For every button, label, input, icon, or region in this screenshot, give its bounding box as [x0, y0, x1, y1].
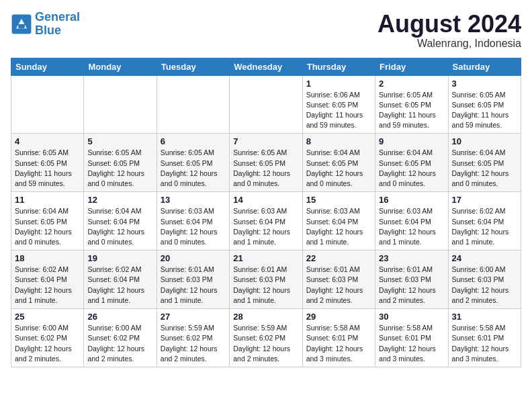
day-number: 19	[87, 253, 152, 263]
day-number: 1	[306, 79, 371, 89]
day-info: Sunrise: 5:58 AM Sunset: 6:01 PM Dayligh…	[452, 323, 517, 364]
day-info: Sunrise: 6:04 AM Sunset: 6:05 PM Dayligh…	[15, 206, 80, 247]
weekday-header-tuesday: Tuesday	[157, 58, 229, 75]
weekday-header-row: SundayMondayTuesdayWednesdayThursdayFrid…	[11, 58, 521, 75]
day-info: Sunrise: 6:01 AM Sunset: 6:03 PM Dayligh…	[306, 265, 371, 306]
day-number: 30	[379, 312, 444, 322]
location-subtitle: Walenrang, Indonesia	[378, 38, 521, 50]
calendar-cell	[84, 75, 157, 134]
weekday-header-saturday: Saturday	[448, 58, 521, 75]
calendar-cell	[11, 75, 84, 134]
day-number: 2	[379, 79, 444, 89]
day-number: 11	[15, 195, 80, 205]
day-number: 31	[452, 312, 517, 322]
day-number: 28	[233, 312, 298, 322]
calendar-cell: 10Sunrise: 6:04 AM Sunset: 6:05 PM Dayli…	[448, 134, 521, 192]
calendar-cell: 31Sunrise: 5:58 AM Sunset: 6:01 PM Dayli…	[448, 309, 521, 367]
day-number: 29	[306, 312, 371, 322]
title-block: August 2024 Walenrang, Indonesia	[378, 11, 521, 50]
calendar-week-row: 1Sunrise: 6:06 AM Sunset: 6:05 PM Daylig…	[11, 75, 521, 134]
day-number: 26	[87, 312, 152, 322]
calendar-cell: 13Sunrise: 6:03 AM Sunset: 6:04 PM Dayli…	[157, 192, 229, 250]
day-info: Sunrise: 6:05 AM Sunset: 6:05 PM Dayligh…	[161, 148, 226, 189]
calendar-cell: 24Sunrise: 6:00 AM Sunset: 6:03 PM Dayli…	[448, 250, 521, 309]
day-info: Sunrise: 6:03 AM Sunset: 6:04 PM Dayligh…	[379, 206, 444, 247]
day-number: 18	[15, 253, 80, 263]
day-number: 16	[379, 195, 444, 205]
day-info: Sunrise: 5:58 AM Sunset: 6:01 PM Dayligh…	[379, 323, 444, 364]
day-info: Sunrise: 6:01 AM Sunset: 6:03 PM Dayligh…	[161, 265, 226, 306]
day-number: 20	[161, 253, 226, 263]
day-number: 9	[379, 136, 444, 146]
day-number: 14	[233, 195, 298, 205]
calendar-cell	[157, 75, 229, 134]
logo-icon	[11, 13, 32, 35]
calendar-cell: 30Sunrise: 5:58 AM Sunset: 6:01 PM Dayli…	[375, 309, 448, 367]
calendar-cell: 6Sunrise: 6:05 AM Sunset: 6:05 PM Daylig…	[157, 134, 229, 192]
month-title: August 2024	[378, 11, 521, 38]
day-info: Sunrise: 5:58 AM Sunset: 6:01 PM Dayligh…	[306, 323, 371, 364]
day-info: Sunrise: 6:06 AM Sunset: 6:05 PM Dayligh…	[306, 90, 371, 131]
calendar-cell: 29Sunrise: 5:58 AM Sunset: 6:01 PM Dayli…	[302, 309, 375, 367]
day-info: Sunrise: 6:00 AM Sunset: 6:02 PM Dayligh…	[87, 323, 152, 364]
calendar-week-row: 4Sunrise: 6:05 AM Sunset: 6:05 PM Daylig…	[11, 134, 521, 192]
day-info: Sunrise: 6:04 AM Sunset: 6:04 PM Dayligh…	[87, 206, 152, 247]
day-info: Sunrise: 6:03 AM Sunset: 6:04 PM Dayligh…	[306, 206, 371, 247]
calendar-cell: 12Sunrise: 6:04 AM Sunset: 6:04 PM Dayli…	[84, 192, 157, 250]
calendar-cell: 16Sunrise: 6:03 AM Sunset: 6:04 PM Dayli…	[375, 192, 448, 250]
calendar-cell: 8Sunrise: 6:04 AM Sunset: 6:05 PM Daylig…	[302, 134, 375, 192]
calendar-cell: 28Sunrise: 5:59 AM Sunset: 6:02 PM Dayli…	[230, 309, 302, 367]
day-number: 3	[452, 79, 517, 89]
calendar-cell: 19Sunrise: 6:02 AM Sunset: 6:04 PM Dayli…	[84, 250, 157, 309]
weekday-header-sunday: Sunday	[11, 58, 84, 75]
calendar-cell: 27Sunrise: 5:59 AM Sunset: 6:02 PM Dayli…	[157, 309, 229, 367]
day-info: Sunrise: 6:00 AM Sunset: 6:03 PM Dayligh…	[452, 265, 517, 306]
day-info: Sunrise: 6:00 AM Sunset: 6:02 PM Dayligh…	[15, 323, 80, 364]
calendar-week-row: 25Sunrise: 6:00 AM Sunset: 6:02 PM Dayli…	[11, 309, 521, 367]
day-number: 12	[87, 195, 152, 205]
calendar-week-row: 18Sunrise: 6:02 AM Sunset: 6:04 PM Dayli…	[11, 250, 521, 309]
day-info: Sunrise: 6:01 AM Sunset: 6:03 PM Dayligh…	[233, 265, 298, 306]
day-number: 13	[161, 195, 226, 205]
calendar-cell: 7Sunrise: 6:05 AM Sunset: 6:05 PM Daylig…	[230, 134, 302, 192]
calendar-cell: 17Sunrise: 6:02 AM Sunset: 6:04 PM Dayli…	[448, 192, 521, 250]
day-number: 8	[306, 136, 371, 146]
calendar-cell: 11Sunrise: 6:04 AM Sunset: 6:05 PM Dayli…	[11, 192, 84, 250]
logo-line1: General	[35, 10, 80, 24]
day-info: Sunrise: 6:01 AM Sunset: 6:03 PM Dayligh…	[379, 265, 444, 306]
calendar-cell: 9Sunrise: 6:04 AM Sunset: 6:05 PM Daylig…	[375, 134, 448, 192]
calendar-week-row: 11Sunrise: 6:04 AM Sunset: 6:05 PM Dayli…	[11, 192, 521, 250]
calendar-cell: 18Sunrise: 6:02 AM Sunset: 6:04 PM Dayli…	[11, 250, 84, 309]
weekday-header-wednesday: Wednesday	[230, 58, 302, 75]
calendar-cell: 25Sunrise: 6:00 AM Sunset: 6:02 PM Dayli…	[11, 309, 84, 367]
calendar-cell: 2Sunrise: 6:05 AM Sunset: 6:05 PM Daylig…	[375, 75, 448, 134]
day-info: Sunrise: 6:02 AM Sunset: 6:04 PM Dayligh…	[452, 206, 517, 247]
day-number: 6	[161, 136, 226, 146]
calendar-cell: 22Sunrise: 6:01 AM Sunset: 6:03 PM Dayli…	[302, 250, 375, 309]
day-number: 7	[233, 136, 298, 146]
day-info: Sunrise: 5:59 AM Sunset: 6:02 PM Dayligh…	[161, 323, 226, 364]
day-info: Sunrise: 6:05 AM Sunset: 6:05 PM Dayligh…	[87, 148, 152, 189]
weekday-header-monday: Monday	[84, 58, 157, 75]
day-info: Sunrise: 6:03 AM Sunset: 6:04 PM Dayligh…	[233, 206, 298, 247]
day-number: 10	[452, 136, 517, 146]
calendar-cell: 20Sunrise: 6:01 AM Sunset: 6:03 PM Dayli…	[157, 250, 229, 309]
calendar-cell: 26Sunrise: 6:00 AM Sunset: 6:02 PM Dayli…	[84, 309, 157, 367]
calendar-cell: 3Sunrise: 6:05 AM Sunset: 6:05 PM Daylig…	[448, 75, 521, 134]
day-info: Sunrise: 6:04 AM Sunset: 6:05 PM Dayligh…	[452, 148, 517, 189]
logo-text: General Blue	[35, 11, 80, 38]
day-number: 22	[306, 253, 371, 263]
day-info: Sunrise: 6:02 AM Sunset: 6:04 PM Dayligh…	[87, 265, 152, 306]
day-number: 27	[161, 312, 226, 322]
calendar-cell: 21Sunrise: 6:01 AM Sunset: 6:03 PM Dayli…	[230, 250, 302, 309]
day-info: Sunrise: 6:02 AM Sunset: 6:04 PM Dayligh…	[15, 265, 80, 306]
day-info: Sunrise: 5:59 AM Sunset: 6:02 PM Dayligh…	[233, 323, 298, 364]
day-info: Sunrise: 6:04 AM Sunset: 6:05 PM Dayligh…	[379, 148, 444, 189]
day-info: Sunrise: 6:03 AM Sunset: 6:04 PM Dayligh…	[161, 206, 226, 247]
day-number: 15	[306, 195, 371, 205]
calendar-cell: 14Sunrise: 6:03 AM Sunset: 6:04 PM Dayli…	[230, 192, 302, 250]
day-number: 24	[452, 253, 517, 263]
day-number: 21	[233, 253, 298, 263]
day-info: Sunrise: 6:05 AM Sunset: 6:05 PM Dayligh…	[233, 148, 298, 189]
calendar-cell	[230, 75, 302, 134]
